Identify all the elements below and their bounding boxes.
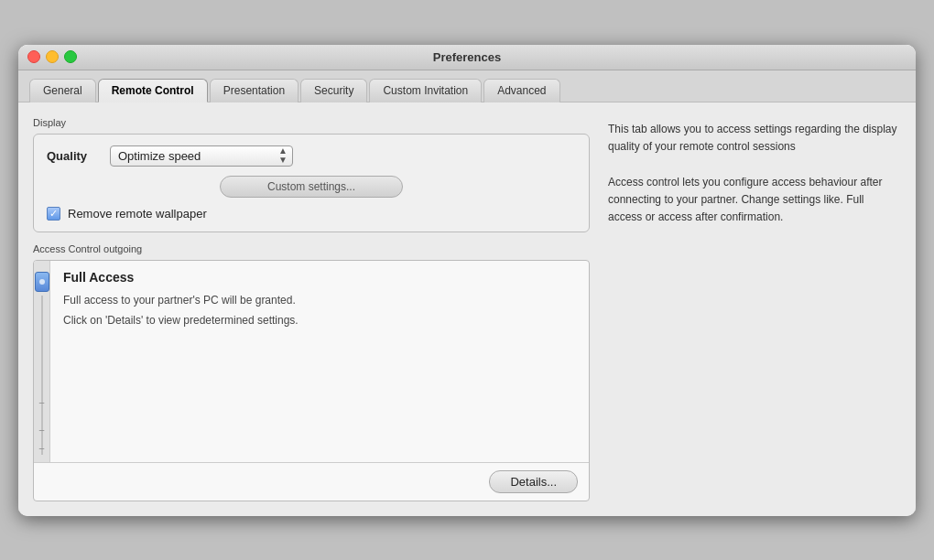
access-title: Full Access [63, 270, 576, 285]
window-title: Preferences [433, 50, 501, 64]
access-list-inner: – – – Full Access Full access to your pa… [34, 261, 589, 462]
tick-1: – [39, 397, 45, 407]
tab-advanced[interactable]: Advanced [483, 79, 559, 102]
display-section-label: Display [33, 117, 590, 128]
display-section-box: Quality Optimize speed Optimize quality … [33, 134, 590, 232]
access-content: Full Access Full access to your partner'… [50, 261, 589, 462]
right-panel: This tab allows you to access settings r… [608, 117, 901, 501]
tab-presentation[interactable]: Presentation [210, 79, 299, 102]
access-description: Access control lets you configure access… [608, 174, 901, 227]
access-slider-track: – – – [34, 261, 50, 462]
window-controls [27, 50, 77, 63]
tab-general[interactable]: General [29, 79, 96, 102]
details-button[interactable]: Details... [489, 470, 578, 493]
quality-select-wrapper: Optimize speed Optimize quality Custom ▲… [110, 145, 293, 167]
left-panel: Display Quality Optimize speed Optimize … [33, 117, 590, 501]
access-line-2: Click on 'Details' to view predetermined… [63, 312, 576, 328]
access-slider-thumb[interactable] [35, 272, 49, 292]
tick-3: – [39, 443, 45, 453]
tab-security[interactable]: Security [300, 79, 367, 102]
access-line-1: Full access to your partner's PC will be… [63, 292, 576, 308]
display-description: This tab allows you to access settings r… [608, 121, 901, 156]
main-content: Display Quality Optimize speed Optimize … [18, 102, 916, 516]
tabs-bar: General Remote Control Presentation Secu… [18, 70, 916, 102]
custom-settings-button[interactable]: Custom settings... [220, 176, 403, 198]
access-list-box: – – – Full Access Full access to your pa… [33, 260, 590, 501]
close-button[interactable] [27, 50, 40, 63]
quality-row: Quality Optimize speed Optimize quality … [47, 145, 576, 167]
preferences-window: Preferences General Remote Control Prese… [18, 45, 916, 516]
access-footer: Details... [34, 462, 589, 501]
title-bar: Preferences [18, 45, 916, 70]
access-section-label: Access Control outgoing [33, 243, 590, 254]
quality-label: Quality [47, 149, 97, 163]
tab-remote-control[interactable]: Remote Control [98, 79, 208, 102]
remove-wallpaper-checkbox[interactable]: ✓ [47, 207, 60, 221]
display-section: Display Quality Optimize speed Optimize … [33, 117, 590, 232]
tab-custom-invitation[interactable]: Custom Invitation [369, 79, 482, 102]
remove-wallpaper-label: Remove remote wallpaper [68, 207, 207, 221]
remove-wallpaper-row: ✓ Remove remote wallpaper [47, 207, 576, 221]
access-section: Access Control outgoing – – – [33, 243, 590, 501]
minimize-button[interactable] [46, 50, 59, 63]
quality-select[interactable]: Optimize speed Optimize quality Custom [110, 145, 293, 167]
tick-2: – [39, 425, 45, 435]
maximize-button[interactable] [64, 50, 77, 63]
